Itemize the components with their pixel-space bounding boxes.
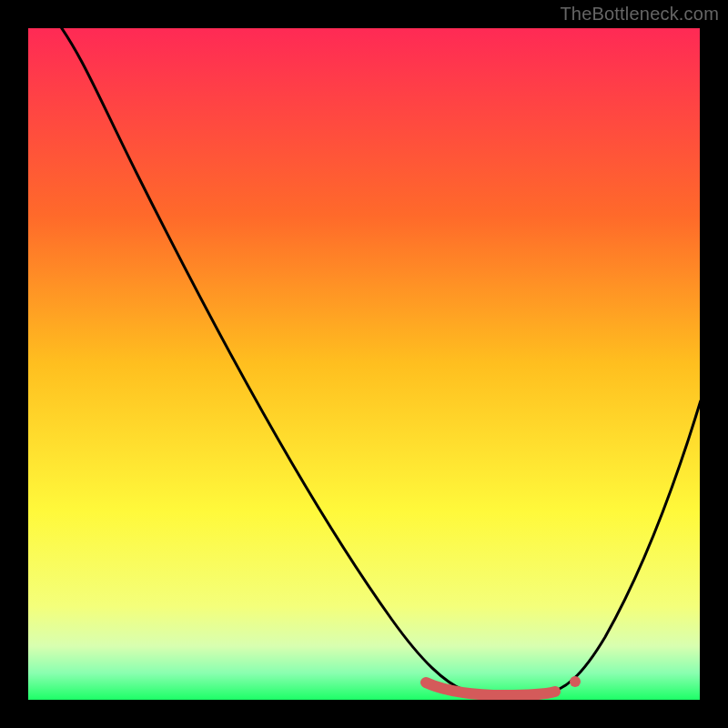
chart-container: TheBottleneck.com xyxy=(0,0,728,728)
bottleneck-chart xyxy=(0,0,728,728)
plot-background xyxy=(28,28,700,700)
watermark-label: TheBottleneck.com xyxy=(560,4,719,25)
highlight-end-dot xyxy=(570,676,581,687)
